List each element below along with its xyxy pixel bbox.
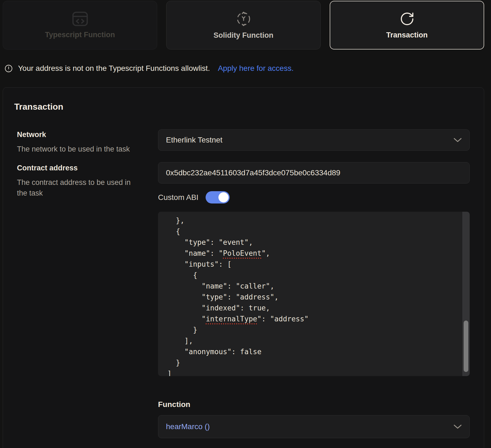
code-window-icon [72,11,88,26]
allowlist-notice: Your address is not on the Typescript Fu… [4,64,294,73]
function-select[interactable]: hearMarco () [158,415,470,438]
network-select[interactable]: Etherlink Testnet [158,129,470,151]
network-description: The network to be used in the task [17,144,148,155]
tab-label: Solidity Function [214,31,273,40]
custom-abi-label: Custom ABI [158,193,198,202]
contract-address-description: The contract address to be used in the t… [17,177,135,199]
function-select-value: hearMarco () [166,422,210,431]
chevron-down-icon [454,138,462,142]
tab-label: Transaction [386,31,428,39]
network-select-value: Etherlink Testnet [166,136,223,144]
custom-abi-toggle[interactable] [206,191,230,203]
panel-title: Transaction [14,102,63,112]
deploy-icon [236,11,252,27]
toggle-knob [218,192,229,202]
tab-solidity-function[interactable]: Solidity Function [166,1,321,50]
contract-address-input[interactable] [158,162,470,184]
alert-circle-icon [4,64,13,73]
function-label: Function [158,400,190,409]
abi-code-text: }, { "type": "event", "name": "PoloEvent… [158,212,470,376]
task-editor-screen: Typescript Function Solidity Function Tr… [0,0,491,448]
allowlist-notice-text: Your address is not on the Typescript Fu… [18,64,210,73]
tab-transaction[interactable]: Transaction [330,1,484,50]
abi-editor-scrollbar[interactable] [462,212,470,376]
custom-abi-row: Custom ABI [158,191,230,203]
tab-typescript-function[interactable]: Typescript Function [3,1,157,50]
contract-address-label: Contract address [17,164,78,172]
network-label: Network [17,130,46,139]
abi-editor-scrollbar-thumb[interactable] [464,321,468,372]
chevron-down-icon [454,424,462,429]
abi-code-editor[interactable]: }, { "type": "event", "name": "PoloEvent… [158,212,470,376]
tab-label: Typescript Function [45,31,115,39]
rotate-cw-icon [399,11,415,27]
apply-for-access-link[interactable]: Apply here for access. [218,64,294,73]
